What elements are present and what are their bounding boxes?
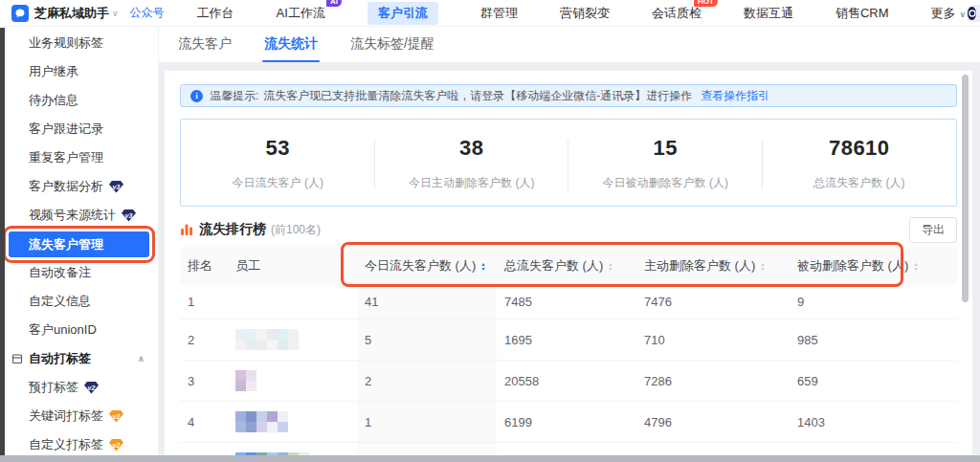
table-row: 2 5 1695 710 985 [180,319,957,361]
sidebar-item-business-rule-tags[interactable]: 业务规则标签 [0,29,158,57]
sidebar-item-customer-unionid[interactable]: 客户unionID [0,316,158,344]
plan-badge[interactable]: 企业版 v3 [966,5,980,22]
brand-caret-icon[interactable]: ∨ [112,9,119,18]
ranking-table-wrap: 排名 员工 今日流失客户数 (人)▲▼ 总流失客户数 (人)▲▼ 主动删除客户数… [180,247,957,462]
sidebar-item-label: 自定义打标签 [29,436,103,453]
cell-employee [228,361,357,402]
cell-employee [228,319,357,361]
col-active-delete[interactable]: 主动删除客户数 (人)▲▼ [636,247,790,285]
horizontal-scrollbar[interactable] [0,455,980,462]
nav-item-chat-inspection[interactable]: 会话质检HOT [652,5,702,22]
cell-passive-delete: 9 [790,285,957,319]
cell-total: 1695 [497,319,636,361]
tab-bar: 流失客户 流失统计 流失标签/提醒 [159,27,980,63]
cell-passive-delete: 985 [790,319,957,361]
sidebar-item-keyword-tagging[interactable]: 关键词打标签v2 [0,402,158,430]
table-row: 1 41 7485 7476 9 [180,285,957,319]
top-navbar: 芝麻私域助手 ∨ 公众号 工作台 AI工作流AI 客户引流 群管理 营销裂变 会… [0,0,980,27]
cell-passive-delete: 1403 [790,402,957,443]
sort-icon[interactable]: ▲▼ [608,262,613,272]
ai-badge: AI [326,0,342,7]
stat-today-passive-delete: 15 今日被动删除客户数 (人) [568,136,763,191]
ranking-table: 排名 员工 今日流失客户数 (人)▲▼ 总流失客户数 (人)▲▼ 主动删除客户数… [180,247,957,462]
censored-employee-avatar [235,411,349,432]
col-rank: 排名 [180,247,228,285]
sidebar-section-auto-tagging[interactable]: 自动打标签 ∧ [0,344,158,373]
sidebar-item-label: 视频号来源统计 [29,207,116,224]
stat-total-churn: 78610 总流失客户数 (人) [763,136,957,191]
export-button[interactable]: 导出 [909,217,957,243]
col-label: 主动删除客户数 (人) [644,258,755,273]
cell-total: 20558 [497,361,636,402]
ranking-title: 流失排行榜 [199,221,266,238]
sidebar-item-label: 客户数据分析 [29,178,103,195]
nav-item-customer-acquisition[interactable]: 客户引流 [368,2,438,25]
sidebar-item-pre-tagging[interactable]: 预打标签v2 [0,373,158,402]
info-banner: i 温馨提示: 流失客户现已支持批量清除流失客户啦，请登录【移动端企业微信-通讯… [180,84,957,107]
table-header-row: 排名 员工 今日流失客户数 (人)▲▼ 总流失客户数 (人)▲▼ 主动删除客户数… [180,247,957,285]
nav-item-data-interchange[interactable]: 数据互通 [744,5,793,22]
cell-employee [228,285,357,319]
sort-icon[interactable]: ▲▼ [913,262,919,272]
left-scrollbar[interactable] [0,28,5,456]
censored-employee-avatar [235,329,349,350]
stat-value: 38 [375,136,569,161]
table-row: 3 2 20558 7286 659 [180,361,957,402]
cell-rank: 2 [180,319,228,361]
col-total-churn[interactable]: 总流失客户数 (人)▲▼ [497,247,636,285]
sidebar-item-duplicate-customer[interactable]: 重复客户管理 [0,143,158,172]
tab-churn-tags-reminder[interactable]: 流失标签/提醒 [350,35,434,62]
stat-today-active-delete: 38 今日主动删除客户数 (人) [375,136,569,191]
sidebar-item-label: 预打标签 [29,379,78,396]
sort-icon[interactable]: ▲▼ [480,262,486,272]
account-type-link[interactable]: 公众号 [130,5,165,21]
nav-item-workbench[interactable]: 工作台 [197,5,234,22]
plan-logo-icon [968,7,976,20]
bar-chart-icon [180,223,193,236]
vertical-scrollbar-thumb[interactable] [962,75,969,302]
col-label: 今日流失客户数 (人) [365,258,476,273]
hot-badge: HOT [694,0,718,7]
content-card: i 温馨提示: 流失客户现已支持批量清除流失客户啦，请登录【移动端企业微信-通讯… [165,71,972,462]
banner-guide-link[interactable]: 查看操作指引 [701,88,769,104]
nav-item-sales-crm[interactable]: 销售CRM [835,5,889,22]
tab-churn-customers[interactable]: 流失客户 [178,35,232,62]
brand-logo-icon [11,5,29,22]
collapse-chevron-up-icon[interactable]: ∧ [138,354,145,363]
nav-item-more[interactable]: 更多∨ [931,5,967,22]
cell-passive-delete: 659 [790,361,957,402]
sidebar-item-churn-customer-management[interactable]: 流失客户管理 [9,231,149,257]
sidebar-item-todo-info[interactable]: 待办信息 [0,86,158,115]
nav-label: AI工作流 [277,6,325,20]
nav-item-group-management[interactable]: 群管理 [480,5,518,22]
ranking-header: 流失排行榜 (前100名) 导出 [180,218,957,241]
stat-value: 53 [181,136,375,161]
v2-gem-icon: v2 [109,439,123,451]
sidebar-item-auto-remark[interactable]: 自动改备注 [0,258,158,287]
cell-employee [228,402,357,443]
stat-label: 总流失客户数 (人) [763,175,957,191]
col-passive-delete[interactable]: 被动删除客户数 (人)▲▼ [790,247,957,285]
cell-today: 2 [357,361,497,402]
nav-item-marketing-fission[interactable]: 营销裂变 [560,5,610,22]
col-employee: 员工 [228,247,357,285]
tab-churn-statistics[interactable]: 流失统计 [264,35,318,62]
sidebar: 业务规则标签 用户继承 待办信息 客户跟进记录 重复客户管理 客户数据分析v3 … [0,27,159,462]
chevron-down-icon: ∨ [960,10,967,19]
sidebar-item-user-inherit[interactable]: 用户继承 [0,57,158,86]
stats-summary: 53 今日流失客户 (人) 38 今日主动删除客户数 (人) 15 今日被动删除… [180,119,957,207]
body-layout: 业务规则标签 用户继承 待办信息 客户跟进记录 重复客户管理 客户数据分析v3 … [0,27,980,462]
nav-item-ai-workflow[interactable]: AI工作流AI [277,5,325,22]
sidebar-item-follow-up-records[interactable]: 客户跟进记录 [0,115,158,143]
col-label: 被动删除客户数 (人) [797,258,908,273]
sidebar-item-custom-info[interactable]: 自定义信息 [0,287,158,316]
nav-label: 会话质检 [652,6,702,20]
col-today-churn[interactable]: 今日流失客户数 (人)▲▼ [357,247,497,285]
sidebar-item-customer-data-analysis[interactable]: 客户数据分析v3 [0,172,158,201]
stat-value: 78610 [763,136,957,161]
sidebar-item-video-source-stats[interactable]: 视频号来源统计v3 [0,201,158,230]
main-nav: 工作台 AI工作流AI 客户引流 群管理 营销裂变 会话质检HOT 数据互通 销… [197,2,967,25]
sort-icon[interactable]: ▲▼ [760,262,766,272]
main-panel: 流失客户 流失统计 流失标签/提醒 i 温馨提示: 流失客户现已支持批量清除流失… [159,27,980,462]
info-icon: i [190,90,203,102]
